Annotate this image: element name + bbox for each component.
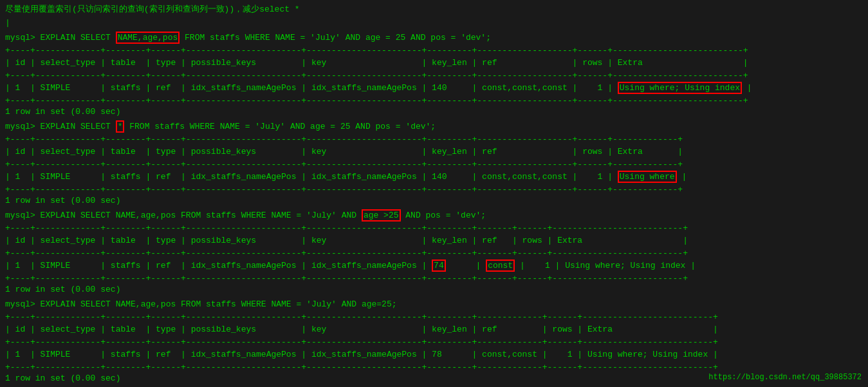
block4-section: mysql> EXPLAIN SELECT NAME,age,pos FROM … (5, 298, 863, 383)
block1-sep1: +----+-------------+--------+------+----… (5, 44, 863, 57)
block4-sep1: +----+-------------+--------+------+----… (5, 311, 863, 324)
block4-header: | id | select_type | table | type | poss… (5, 323, 863, 336)
header-text: 尽量使用覆盖索引(只访问索引的查询(索引列和查询列一致))，减少select * (5, 4, 863, 15)
block3-sep3: +----+-------------+--------+------+----… (5, 272, 863, 285)
block2-highlight-star: * (116, 120, 125, 133)
block2-sep1: +----+-------------+--------+------+----… (5, 133, 863, 146)
block1-section: mysql> EXPLAIN SELECT NAME,age,pos FROM … (5, 32, 863, 117)
block2-result: 1 row in set (0.00 sec) (5, 196, 863, 205)
block2-data: | 1 | SIMPLE | staffs | ref | idx_staffs… (5, 171, 863, 184)
block3-ref-highlight: const (486, 260, 515, 272)
block3-highlight-age: age >25 (362, 209, 401, 222)
block2-sep3: +----+-------------+--------+------+----… (5, 184, 863, 196)
block4-sep2: +----+-------------+--------+------+----… (5, 336, 863, 349)
block1-extra-highlight: Using where; Using index (618, 82, 742, 94)
block3-data: | 1 | SIMPLE | staffs | ref | idx_staffs… (5, 260, 863, 272)
block3-sep2: +----+-------------+--------+------+----… (5, 247, 863, 260)
block4-query: mysql> EXPLAIN SELECT NAME,age,pos FROM … (5, 298, 863, 311)
block3-header: | id | select_type | table | type | poss… (5, 234, 863, 247)
block3-sep1: +----+-------------+--------+------+----… (5, 222, 863, 235)
block3-section: mysql> EXPLAIN SELECT NAME,age,pos FROM … (5, 209, 863, 294)
block1-highlight-cols: NAME,age,pos (116, 32, 180, 44)
block1-sep3: +----+-------------+--------+------+----… (5, 95, 863, 108)
block4-sep3: +----+-------------+--------+------+----… (5, 361, 863, 374)
block1-header: | id | select_type | table | type | poss… (5, 57, 863, 70)
block2-sep2: +----+-------------+--------+------+----… (5, 158, 863, 171)
main-container: 尽量使用覆盖索引(只访问索引的查询(索引列和查询列一致))，减少select *… (0, 0, 868, 387)
cursor-line: | (5, 18, 863, 28)
block1-data: | 1 | SIMPLE | staffs | ref | idx_staffs… (5, 82, 863, 95)
block2-section: mysql> EXPLAIN SELECT * FROM staffs WHER… (5, 120, 863, 205)
block3-result: 1 row in set (0.00 sec) (5, 285, 863, 294)
block1-query: mysql> EXPLAIN SELECT NAME,age,pos FROM … (5, 32, 863, 44)
block1-result: 1 row in set (0.00 sec) (5, 107, 863, 117)
block2-extra-highlight: Using where (618, 171, 677, 183)
footer-url: https://blog.csdn.net/qq_39885372 (708, 373, 862, 382)
block1-sep2: +----+-------------+--------+------+----… (5, 70, 863, 82)
block3-keylen-highlight: 74 (432, 260, 446, 272)
block2-query: mysql> EXPLAIN SELECT * FROM staffs WHER… (5, 120, 863, 133)
block3-query: mysql> EXPLAIN SELECT NAME,age,pos FROM … (5, 209, 863, 222)
block2-header: | id | select_type | table | type | poss… (5, 146, 863, 158)
block4-data: | 1 | SIMPLE | staffs | ref | idx_staffs… (5, 348, 863, 361)
